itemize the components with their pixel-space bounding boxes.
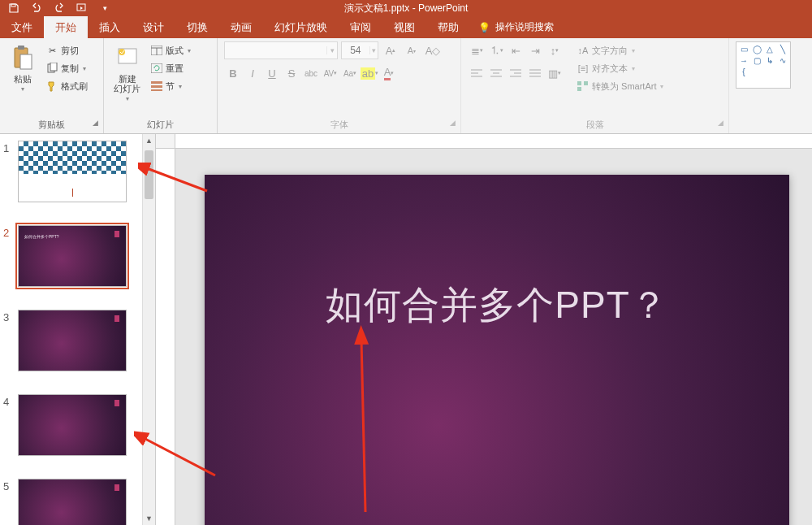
shape-rounded-rect-icon[interactable]: ▢ — [751, 55, 762, 65]
vertical-ruler[interactable] — [156, 149, 175, 525]
scroll-down-icon[interactable]: ▼ — [143, 512, 155, 525]
slide-thumb-2[interactable]: 2 如何合并多个PPT? — [0, 223, 155, 289]
shape-brace-icon[interactable]: { — [738, 67, 749, 76]
paragraph-launcher-icon[interactable]: ◢ — [718, 119, 723, 127]
change-case-button[interactable]: Aa▾ — [341, 64, 359, 82]
section-button[interactable]: 节▾ — [149, 77, 192, 95]
slide-thumb-3[interactable]: 3 — [0, 308, 155, 373]
columns-button[interactable]: ▥▾ — [546, 64, 564, 82]
tab-view[interactable]: 视图 — [382, 16, 426, 38]
justify-button[interactable] — [526, 64, 544, 82]
align-center-button[interactable] — [487, 64, 505, 82]
bold-button[interactable]: B — [224, 64, 242, 82]
underline-button[interactable]: U — [263, 64, 281, 82]
slide-thumbnail-panel: 1 2 如何合并多个PPT? 3 4 5 ▲ ▼ — [0, 134, 156, 525]
shadow-button[interactable]: abc — [302, 64, 320, 82]
save-icon[interactable] — [8, 2, 19, 14]
layout-button[interactable]: 版式▾ — [149, 41, 192, 59]
align-text-icon: [≡] — [577, 62, 590, 75]
font-size-input[interactable] — [342, 45, 369, 56]
align-right-button[interactable] — [507, 64, 525, 82]
shape-connector-icon[interactable]: ↳ — [764, 55, 775, 65]
font-family-input[interactable] — [225, 45, 326, 56]
clipboard-launcher-icon[interactable]: ◢ — [93, 119, 98, 127]
format-painter-button[interactable]: 格式刷 — [44, 77, 89, 95]
font-launcher-icon[interactable]: ◢ — [450, 119, 456, 127]
increase-font-button[interactable]: A▴ — [382, 41, 400, 59]
shape-rect-icon[interactable]: ▭ — [738, 44, 749, 54]
shape-triangle-icon[interactable]: △ — [764, 44, 775, 54]
ruler-corner — [156, 134, 175, 149]
tab-help[interactable]: 帮助 — [426, 16, 470, 38]
reset-button[interactable]: 重置 — [149, 59, 192, 77]
paragraph-group-label: 段落 — [586, 119, 604, 129]
increase-indent-button[interactable]: ⇥ — [526, 41, 544, 59]
undo-icon[interactable] — [31, 2, 42, 14]
current-slide-canvas[interactable]: 如何合并多个PPT？ — [205, 175, 789, 525]
shapes-gallery[interactable]: ▭ ◯ △ ╲ → ▢ ↳ ∿ { — [736, 41, 791, 89]
bullets-button[interactable]: ≣▾ — [468, 41, 486, 59]
thumb-number: 5 — [3, 479, 18, 525]
clear-formatting-button[interactable]: A◇ — [424, 41, 442, 59]
highlight-button[interactable]: ab▾ — [361, 64, 378, 82]
decrease-font-button[interactable]: A▾ — [403, 41, 421, 59]
tell-me-search[interactable]: 💡 操作说明搜索 — [478, 16, 554, 38]
tab-transitions[interactable]: 切换 — [175, 16, 219, 38]
scroll-up-icon[interactable]: ▲ — [143, 134, 155, 147]
ribbon: 粘贴 ▾ ✂剪切 复制▾ 格式刷 剪贴板◢ 新建 幻灯片 ▾ 版式▾ 重置 节▾ — [0, 38, 812, 134]
decrease-indent-button[interactable]: ⇤ — [507, 41, 525, 59]
text-direction-icon: ↕A — [577, 44, 590, 57]
slide-thumb-4[interactable]: 4 — [0, 393, 155, 458]
convert-smartart-button[interactable]: 转换为 SmartArt▾ — [575, 77, 665, 95]
tab-insert[interactable]: 插入 — [88, 16, 132, 38]
chevron-down-icon[interactable]: ▾ — [369, 46, 378, 54]
thumb-preview — [18, 479, 127, 525]
character-spacing-button[interactable]: AV▾ — [322, 64, 339, 82]
ribbon-tabs: 文件 开始 插入 设计 切换 动画 幻灯片放映 审阅 视图 帮助 💡 操作说明搜… — [0, 16, 812, 38]
cut-button[interactable]: ✂剪切 — [44, 41, 89, 59]
shape-oval-icon[interactable]: ◯ — [751, 44, 762, 54]
font-size-combo[interactable]: ▾ — [341, 41, 378, 59]
line-spacing-button[interactable]: ↕▾ — [546, 41, 564, 59]
paste-button[interactable]: 粘贴 ▾ — [6, 41, 39, 94]
scissors-icon: ✂ — [45, 44, 58, 57]
shape-line-icon[interactable]: ╲ — [777, 44, 788, 54]
slide-title-text[interactable]: 如何合并多个PPT？ — [205, 280, 789, 331]
horizontal-ruler[interactable] — [175, 134, 812, 149]
align-text-button[interactable]: [≡]对齐文本▾ — [575, 59, 665, 77]
tab-review[interactable]: 审阅 — [339, 16, 382, 38]
copy-button[interactable]: 复制▾ — [44, 59, 89, 77]
paste-label: 粘贴 — [14, 74, 32, 84]
smartart-icon — [577, 80, 590, 93]
text-direction-button[interactable]: ↕A文字方向▾ — [575, 41, 665, 59]
tab-design[interactable]: 设计 — [132, 16, 175, 38]
font-family-combo[interactable]: ▾ — [224, 41, 338, 59]
shape-arrow-icon[interactable]: → — [738, 55, 749, 65]
shape-curve-icon[interactable]: ∿ — [777, 55, 788, 65]
chevron-down-icon[interactable]: ▾ — [326, 46, 337, 54]
qat-customize-icon[interactable]: ▾ — [99, 2, 110, 14]
strikethrough-button[interactable]: S — [283, 64, 300, 82]
numbering-button[interactable]: ⒈▾ — [487, 41, 505, 59]
new-slide-button[interactable]: 新建 幻灯片 ▾ — [110, 41, 144, 104]
thumb-number: 4 — [3, 394, 18, 456]
thumbnail-scrollbar[interactable]: ▲ ▼ — [142, 134, 155, 525]
scroll-handle[interactable] — [145, 150, 153, 199]
start-from-beginning-icon[interactable] — [76, 2, 88, 14]
slide-editor[interactable]: 如何合并多个PPT？ — [156, 134, 812, 525]
align-left-button[interactable] — [468, 64, 486, 82]
layout-icon — [150, 44, 163, 57]
font-color-button[interactable]: A▾ — [380, 64, 398, 82]
tab-slideshow[interactable]: 幻灯片放映 — [263, 16, 339, 38]
copy-icon — [45, 62, 58, 75]
tab-home[interactable]: 开始 — [44, 16, 88, 38]
tab-animations[interactable]: 动画 — [219, 16, 263, 38]
slide-thumb-5[interactable]: 5 — [0, 477, 155, 525]
group-drawing: ▭ ◯ △ ╲ → ▢ ↳ ∿ { — [729, 38, 812, 133]
redo-icon[interactable] — [54, 2, 65, 14]
slide-thumb-1[interactable]: 1 — [0, 139, 155, 204]
svg-rect-29 — [584, 81, 588, 85]
svg-point-8 — [119, 49, 125, 55]
tab-file[interactable]: 文件 — [0, 16, 44, 38]
italic-button[interactable]: I — [244, 64, 261, 82]
